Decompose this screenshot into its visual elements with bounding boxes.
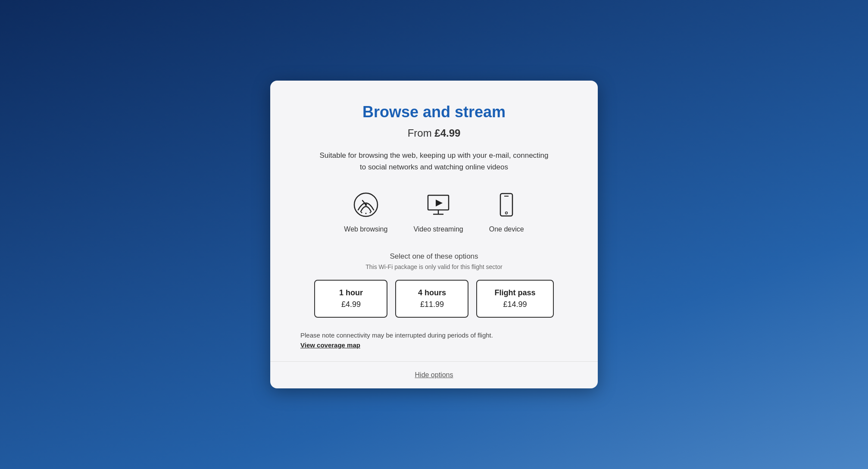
option-flight-pass-duration: Flight pass (494, 288, 535, 297)
option-flight-pass-price: £14.99 (503, 300, 527, 309)
option-1hour-price: £4.99 (341, 300, 361, 309)
svg-point-11 (506, 212, 508, 214)
price-prefix: From (408, 127, 435, 139)
play-icon (424, 190, 453, 219)
svg-rect-10 (500, 194, 512, 216)
option-1hour[interactable]: 1 hour £4.99 (314, 280, 387, 318)
note-text: Please note connectivity may be interrup… (300, 331, 568, 339)
price-value: £4.99 (434, 127, 460, 139)
wifi-icon (351, 190, 381, 219)
modal-price: From £4.99 (296, 127, 572, 139)
select-options-title: Select one of these options (296, 252, 572, 261)
option-flight-pass[interactable]: Flight pass £14.99 (476, 280, 553, 318)
feature-video-streaming: Video streaming (413, 190, 463, 233)
mobile-icon (492, 190, 521, 219)
svg-point-3 (361, 212, 362, 213)
svg-point-2 (365, 204, 367, 206)
option-4hours[interactable]: 4 hours £11.99 (395, 280, 468, 318)
feature-web-browsing-label: Web browsing (344, 225, 387, 233)
select-options-section: Select one of these options This Wi-Fi p… (296, 252, 572, 270)
modal-card: Browse and stream From £4.99 Suitable fo… (270, 81, 598, 388)
option-4hours-price: £11.99 (420, 300, 444, 309)
option-1hour-duration: 1 hour (339, 288, 363, 297)
modal-title: Browse and stream (296, 103, 572, 121)
svg-point-5 (369, 212, 371, 213)
modal-description: Suitable for browsing the web, keeping u… (318, 150, 550, 173)
option-4hours-duration: 4 hours (418, 288, 446, 297)
feature-one-device: One device (489, 190, 524, 233)
hide-options-button[interactable]: Hide options (415, 371, 453, 379)
select-options-subtitle: This Wi-Fi package is only valid for thi… (296, 263, 572, 270)
features-row: Web browsing Video streaming (296, 190, 572, 233)
feature-one-device-label: One device (489, 225, 524, 233)
options-row: 1 hour £4.99 4 hours £11.99 Flight pass … (296, 280, 572, 318)
svg-marker-7 (436, 200, 443, 206)
feature-video-streaming-label: Video streaming (413, 225, 463, 233)
modal-footer: Hide options (270, 361, 598, 388)
svg-point-4 (365, 213, 366, 214)
view-coverage-map-link[interactable]: View coverage map (300, 341, 360, 349)
feature-web-browsing: Web browsing (344, 190, 387, 233)
note-section: Please note connectivity may be interrup… (296, 331, 572, 349)
